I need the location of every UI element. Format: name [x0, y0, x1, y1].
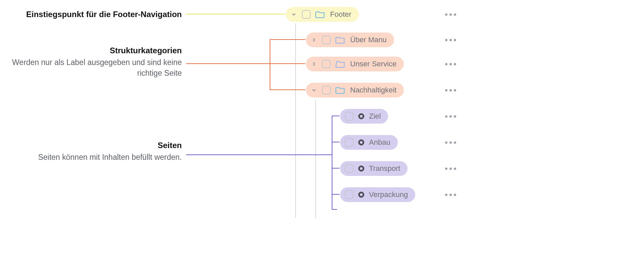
folder-open-icon [335, 86, 345, 94]
tree-node-page[interactable]: Verpackung [0, 186, 463, 204]
more-menu-button[interactable] [445, 194, 456, 196]
page-marker-icon [358, 139, 364, 145]
more-menu-button[interactable] [445, 39, 456, 41]
tree-node-category[interactable]: Über Manu [0, 31, 463, 49]
chevron-right-icon[interactable] [311, 61, 317, 67]
node-label: Verpackung [369, 190, 408, 199]
folder-icon [335, 60, 345, 68]
node-label: Footer [330, 10, 352, 19]
tree-node-category[interactable]: Nachhaltigkeit [0, 81, 463, 99]
node-checkbox[interactable] [345, 138, 354, 147]
node-label: Anbau [369, 138, 390, 147]
node-label: Über Manu [350, 36, 387, 44]
tree-node-page[interactable]: Transport [0, 159, 463, 178]
page-marker-icon [358, 166, 364, 172]
tree-node-footer[interactable]: Footer [0, 5, 463, 23]
node-label: Nachhaltigkeit [350, 86, 396, 94]
page-marker-icon [358, 113, 364, 119]
more-menu-button[interactable] [445, 13, 456, 16]
node-checkbox[interactable] [345, 164, 354, 173]
node-checkbox[interactable] [322, 36, 331, 44]
tree-node-page[interactable]: Ziel [0, 107, 463, 125]
node-checkbox[interactable] [322, 60, 331, 68]
folder-icon [335, 36, 345, 44]
chevron-down-icon[interactable] [290, 11, 297, 17]
node-label: Transport [369, 164, 400, 173]
more-menu-button[interactable] [445, 141, 456, 144]
node-label: Ziel [369, 112, 381, 121]
node-checkbox[interactable] [302, 10, 311, 19]
nav-tree: Footer Über Manu Unser Service [0, 0, 463, 259]
chevron-down-icon[interactable] [311, 87, 317, 93]
tree-node-page[interactable]: Anbau [0, 133, 463, 151]
node-label: Unser Service [350, 60, 396, 68]
page-marker-icon [358, 192, 364, 198]
tree-node-category[interactable]: Unser Service [0, 55, 463, 73]
more-menu-button[interactable] [445, 115, 456, 118]
more-menu-button[interactable] [445, 63, 456, 65]
chevron-right-icon[interactable] [311, 37, 317, 43]
more-menu-button[interactable] [445, 89, 456, 91]
node-checkbox[interactable] [345, 112, 354, 121]
node-checkbox[interactable] [322, 86, 331, 94]
node-checkbox[interactable] [345, 190, 354, 199]
folder-open-icon [315, 10, 325, 19]
more-menu-button[interactable] [445, 168, 456, 170]
